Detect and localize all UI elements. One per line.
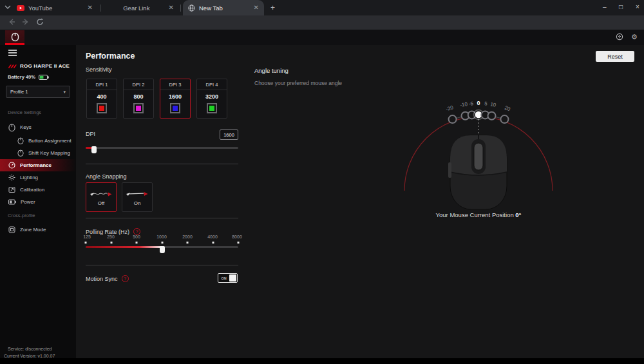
tab-gear-link[interactable]: Gear Link ✕ bbox=[103, 0, 179, 15]
motion-sync-toggle[interactable]: ON bbox=[218, 273, 238, 283]
sidebar-item-label: Zone Mode bbox=[20, 227, 46, 233]
tab-search-icon[interactable] bbox=[5, 5, 11, 10]
zone-mode-icon bbox=[8, 226, 15, 233]
new-tab-button[interactable]: + bbox=[270, 4, 275, 12]
angle-tick-10[interactable] bbox=[488, 112, 496, 120]
service-status: Service: disconnected bbox=[8, 347, 52, 351]
angle-tick-label: -10 bbox=[460, 101, 468, 108]
window-maximize-button[interactable]: □ bbox=[619, 3, 623, 10]
angle-snapping-off-card[interactable]: Off bbox=[86, 182, 117, 212]
angle-snapping-off-label: Off bbox=[98, 200, 105, 206]
mouse-icon bbox=[8, 124, 15, 131]
tab-youtube[interactable]: YouTube ✕ bbox=[12, 0, 98, 15]
dpi-value-box[interactable]: 1600 bbox=[220, 129, 238, 140]
polling-tick[interactable] bbox=[85, 242, 87, 244]
sidebar-item-power[interactable]: Power bbox=[0, 196, 76, 208]
polling-tick[interactable] bbox=[110, 242, 112, 244]
angle-tuning-description: Choose your preferred mouse angle bbox=[254, 80, 342, 86]
sidebar-item-label: Calibration bbox=[20, 187, 44, 193]
performance-panel: Performance Reset Sensitivity DPI 1 400 … bbox=[76, 45, 644, 358]
lighting-icon bbox=[8, 174, 15, 181]
dpi-label: DPI bbox=[86, 131, 95, 137]
polling-stop-label: 125 bbox=[83, 235, 91, 239]
dpi-color-swatch[interactable] bbox=[207, 103, 217, 113]
angle-tick-label: -5 bbox=[469, 101, 474, 107]
tab-title: Gear Link bbox=[108, 5, 165, 12]
forward-icon[interactable] bbox=[22, 18, 30, 26]
sidebar-item-calibration[interactable]: Calibration bbox=[0, 184, 76, 196]
speedometer-icon bbox=[8, 162, 15, 169]
help-icon[interactable]: ? bbox=[122, 275, 129, 282]
tab-separator bbox=[180, 5, 181, 12]
page-title: Performance bbox=[86, 52, 135, 61]
sensitivity-label: Sensitivity bbox=[86, 66, 112, 73]
mouse-icon bbox=[11, 32, 19, 42]
angle-snapping-on-card[interactable]: On bbox=[122, 182, 153, 212]
angle-tick-label: 5 bbox=[484, 101, 488, 106]
tab-new-tab[interactable]: New Tab ✕ bbox=[183, 0, 264, 15]
tab-close-icon[interactable]: ✕ bbox=[254, 5, 259, 11]
polling-tick[interactable] bbox=[161, 242, 163, 244]
sync-devices-icon[interactable] bbox=[616, 33, 623, 41]
dpi-color-swatch[interactable] bbox=[133, 103, 144, 113]
polling-tick[interactable] bbox=[187, 242, 189, 244]
dpi-stage-value: 3200 bbox=[205, 93, 218, 100]
hamburger-menu-icon[interactable] bbox=[8, 50, 17, 57]
app-topbar bbox=[0, 30, 644, 45]
sidebar-item-keys[interactable]: Keys bbox=[0, 121, 76, 133]
window-minimize-button[interactable]: – bbox=[603, 3, 607, 10]
polling-slider-fill bbox=[86, 246, 162, 248]
polling-stop-label: 1000 bbox=[156, 235, 167, 239]
sidebar-item-label: Power bbox=[21, 199, 35, 205]
dpi-slider-thumb[interactable] bbox=[91, 146, 97, 153]
tab-title: New Tab bbox=[199, 5, 250, 12]
tab-close-icon[interactable]: ✕ bbox=[88, 5, 93, 11]
sidebar-item-lighting[interactable]: Lighting bbox=[0, 171, 76, 184]
sidebar-item-label: Shift Key Mapping bbox=[28, 150, 70, 156]
dpi-stage-name: DPI 4 bbox=[197, 79, 227, 90]
angle-snapping-off-icon bbox=[89, 189, 113, 198]
dpi-color-swatch[interactable] bbox=[97, 103, 107, 113]
device-name-row: ROG HARPE II ACE bbox=[8, 63, 70, 69]
dpi-stage-1-card[interactable]: DPI 1 400 bbox=[86, 79, 117, 119]
reload-icon[interactable] bbox=[36, 18, 44, 26]
back-icon[interactable] bbox=[8, 18, 15, 26]
angle-snapping-on-label: On bbox=[134, 200, 141, 206]
sidebar-item-zone-mode[interactable]: Zone Mode bbox=[0, 224, 76, 236]
device-tab-mouse[interactable] bbox=[5, 30, 24, 45]
dpi-slider-track[interactable] bbox=[86, 147, 238, 149]
angle-tick--20[interactable] bbox=[449, 115, 457, 123]
dpi-stage-4-card[interactable]: DPI 4 3200 bbox=[196, 79, 227, 119]
dpi-stage-value: 800 bbox=[133, 93, 143, 100]
angle-tick-20[interactable] bbox=[500, 115, 508, 123]
version-text: Current Version: v1.00.07 bbox=[4, 354, 55, 358]
profile-select[interactable]: Profile 1 ▾ bbox=[6, 86, 70, 98]
dpi-stage-2-card[interactable]: DPI 2 800 bbox=[123, 79, 154, 119]
polling-tick[interactable] bbox=[136, 242, 138, 244]
toggle-knob[interactable] bbox=[229, 274, 236, 282]
angle-tick-label: 10 bbox=[490, 101, 497, 108]
dpi-color-swatch[interactable] bbox=[170, 103, 180, 113]
sidebar: ROG HARPE II ACE Battery 49% Profile 1 ▾… bbox=[0, 45, 76, 358]
settings-gear-icon[interactable]: ⚙ bbox=[631, 33, 638, 41]
polling-stop-label: 2000 bbox=[182, 235, 193, 239]
sidebar-item-label: Lighting bbox=[20, 175, 38, 180]
angle-tuning-graphic: -20 -10 -5 0 5 10 20 bbox=[359, 99, 598, 228]
window-close-button[interactable]: × bbox=[636, 3, 639, 10]
divider bbox=[86, 218, 238, 218]
polling-slider-thumb[interactable] bbox=[160, 246, 165, 253]
polling-tick[interactable] bbox=[212, 242, 214, 244]
polling-stop-label: 500 bbox=[133, 235, 140, 239]
battery-label: Battery 49% bbox=[8, 74, 35, 80]
tab-close-icon[interactable]: ✕ bbox=[169, 5, 174, 11]
sidebar-item-performance[interactable]: Performance bbox=[0, 159, 76, 171]
reset-button[interactable]: Reset bbox=[596, 51, 634, 62]
browser-tab-strip: YouTube ✕ Gear Link ✕ New Tab ✕ + – □ × bbox=[0, 0, 644, 15]
polling-stop-label: 4000 bbox=[207, 235, 218, 239]
mouse-icon bbox=[17, 137, 24, 144]
sidebar-item-button-assignment[interactable]: Button Assignment bbox=[0, 135, 76, 147]
toggle-state-label: ON bbox=[218, 276, 229, 280]
polling-tick[interactable] bbox=[238, 242, 240, 244]
dpi-stage-3-card[interactable]: DPI 3 1600 bbox=[160, 79, 191, 119]
sidebar-item-shift-key-mapping[interactable]: Shift Key Mapping bbox=[0, 147, 76, 159]
